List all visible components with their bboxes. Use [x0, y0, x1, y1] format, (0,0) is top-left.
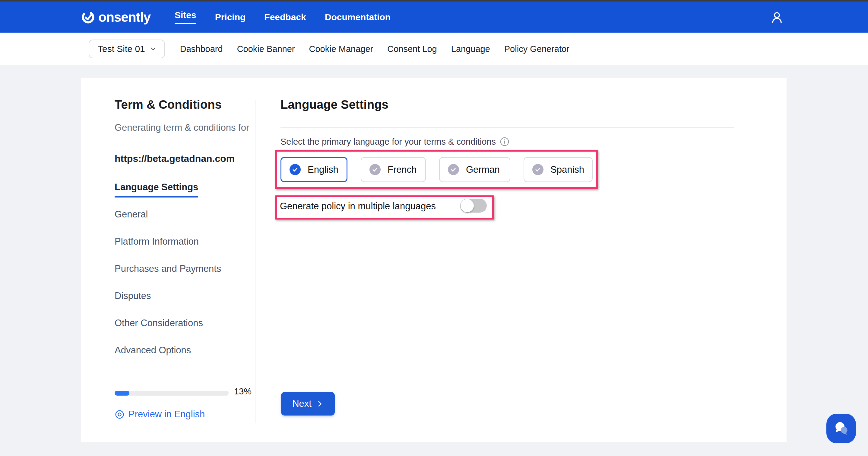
check-icon [448, 164, 459, 175]
language-option-label: German [466, 164, 500, 175]
nav-language[interactable]: Language [451, 44, 490, 54]
wizard-title: Term & Conditions [115, 98, 222, 111]
annotation-box-multi-language: Generate policy in multiple languages [275, 195, 494, 220]
nav-feedback[interactable]: Feedback [264, 12, 306, 22]
chevron-down-icon [149, 45, 157, 53]
progress-percentage: 13% [234, 387, 251, 397]
wizard-steps: Language Settings General Platform Infor… [115, 182, 221, 372]
panel-heading: Language Settings [280, 98, 389, 111]
step-platform-information[interactable]: Platform Information [115, 236, 199, 247]
language-option-label: English [308, 164, 338, 175]
info-icon[interactable] [499, 137, 510, 147]
progress-bar [115, 391, 228, 396]
multi-language-toggle[interactable] [460, 199, 487, 212]
site-url: https://beta.getadnan.com [115, 153, 235, 164]
language-options: English French G [280, 157, 593, 182]
step-purchases-and-payments[interactable]: Purchases and Payments [115, 263, 221, 274]
top-nav-links: Sites Pricing Feedback Documentation [175, 10, 391, 24]
step-general[interactable]: General [115, 209, 148, 220]
step-language-settings[interactable]: Language Settings [115, 182, 198, 198]
top-navbar: onsently Sites Pricing Feedback Document… [0, 1, 868, 33]
primary-language-label-row: Select the primary language for your ter… [280, 137, 510, 147]
site-nav-links: Dashboard Cookie Banner Cookie Manager C… [180, 44, 569, 54]
brand-wordmark: onsently [98, 10, 151, 25]
chevron-right-icon [316, 400, 323, 408]
app-screen: onsently Sites Pricing Feedback Document… [0, 0, 868, 456]
chat-widget-button[interactable] [826, 414, 856, 443]
step-disputes[interactable]: Disputes [115, 290, 151, 302]
nav-pricing[interactable]: Pricing [215, 12, 246, 22]
check-icon [289, 164, 301, 175]
language-option-label: Spanish [550, 164, 584, 175]
check-icon [369, 164, 381, 175]
nav-policy-generator[interactable]: Policy Generator [504, 44, 569, 54]
chat-icon [832, 419, 850, 438]
multi-language-label: Generate policy in multiple languages [280, 201, 436, 212]
preview-link-label: Preview in English [128, 409, 205, 420]
next-button-label: Next [292, 398, 312, 409]
brand-logo[interactable]: onsently [81, 10, 151, 25]
nav-cookie-banner[interactable]: Cookie Banner [237, 44, 295, 54]
toggle-knob [461, 199, 474, 212]
preview-in-english-link[interactable]: Preview in English [115, 409, 205, 420]
primary-language-label: Select the primary language for your ter… [280, 137, 496, 147]
sidebar-divider [255, 99, 255, 423]
progress-fill [115, 391, 129, 396]
site-selector-dropdown[interactable]: Test Site 01 [89, 39, 165, 58]
check-icon [532, 164, 544, 175]
site-navbar: Test Site 01 Dashboard Cookie Banner Coo… [0, 33, 868, 65]
brand-c-icon [81, 10, 95, 25]
site-selector-label: Test Site 01 [98, 44, 145, 54]
nav-cookie-manager[interactable]: Cookie Manager [309, 44, 373, 54]
user-account-button[interactable] [769, 9, 785, 26]
next-button[interactable]: Next [281, 392, 335, 416]
language-option-spanish[interactable]: Spanish [524, 157, 593, 182]
policy-generator-card: Term & Conditions Generating term & cond… [81, 78, 786, 442]
nav-dashboard[interactable]: Dashboard [180, 44, 223, 54]
annotation-box-languages: English French G [275, 150, 598, 189]
eye-icon [115, 409, 125, 420]
user-icon [770, 10, 784, 25]
wizard-subtitle: Generating term & conditions for [115, 120, 259, 135]
step-other-considerations[interactable]: Other Considerations [115, 318, 203, 329]
language-option-french[interactable]: French [361, 157, 426, 182]
nav-sites[interactable]: Sites [175, 10, 196, 24]
nav-consent-log[interactable]: Consent Log [387, 44, 437, 54]
language-option-label: French [388, 164, 416, 175]
nav-documentation[interactable]: Documentation [325, 12, 391, 22]
language-option-english[interactable]: English [280, 157, 347, 182]
panel-divider [280, 127, 734, 128]
step-advanced-options[interactable]: Advanced Options [115, 345, 191, 356]
language-option-german[interactable]: German [439, 157, 510, 182]
multi-language-row: Generate policy in multiple languages [280, 197, 436, 215]
